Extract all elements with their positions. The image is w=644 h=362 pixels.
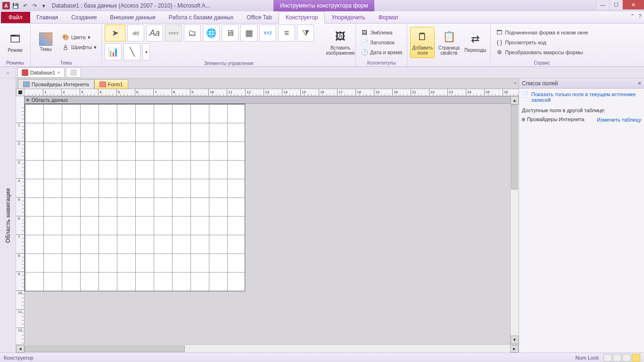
button-tool[interactable]: XXXX	[165, 25, 182, 41]
form-canvas[interactable]: Область данных	[25, 96, 519, 344]
navigation-pane-collapsed[interactable]: Область навигации	[0, 78, 16, 353]
tab-control-tool[interactable]: 🗂	[184, 25, 201, 41]
tab-office[interactable]: Office Tab	[240, 12, 279, 23]
property-sheet-icon: 📋	[441, 29, 456, 44]
available-fields-label: Доступные поля в другой таблице:	[519, 106, 644, 115]
vertical-scrollbar[interactable]: ▲ ▼	[510, 96, 519, 344]
numlock-indicator: Num Lock	[575, 355, 599, 361]
group-views: 🗔 Режим Режимы	[0, 24, 31, 66]
colors-button[interactable]: 🎨Цвета ▾	[60, 33, 99, 42]
expand-icon[interactable]: ⊞	[522, 116, 525, 123]
show-current-fields-link[interactable]: 📄 Показать только поля в текущем источни…	[519, 89, 644, 106]
insert-image-button[interactable]: 🖼 Вставить изображение	[328, 27, 353, 58]
pane-header: Список полей ×	[519, 78, 644, 89]
code-icon: { }	[495, 39, 503, 46]
tab-close-icon[interactable]: ×	[514, 80, 517, 86]
view-code-button[interactable]: { }Просмотреть код	[494, 38, 590, 47]
logo-icon: 🖼	[361, 29, 368, 36]
colors-icon: 🎨	[62, 33, 69, 41]
title-icon: 📄	[361, 39, 368, 46]
group-tools: 🗒 Добавить поля 📋 Страница свойств ⇄ Пер…	[407, 24, 491, 66]
redo-icon[interactable]: ↷	[30, 1, 39, 10]
tab-order-button[interactable]: ⇄ Переходы	[463, 27, 487, 58]
textbox-tool[interactable]: ab|	[127, 25, 144, 41]
save-icon[interactable]: 💾	[11, 1, 20, 10]
form-view-button[interactable]	[603, 354, 612, 362]
form-selector[interactable]	[16, 89, 25, 96]
app-icon: A	[2, 1, 10, 10]
subform-icon: 🗔	[495, 29, 503, 36]
layout-view-button[interactable]	[622, 354, 631, 362]
chart-tool[interactable]: 📊	[105, 43, 122, 60]
datetime-button[interactable]: 🕒Дата и время	[359, 48, 404, 57]
pane-close-icon[interactable]: ×	[638, 80, 641, 87]
scroll-left-icon[interactable]: ◄	[16, 345, 25, 353]
tab-dbtools[interactable]: Работа с базами данных	[162, 12, 240, 23]
scroll-right-icon[interactable]: ►	[510, 345, 519, 353]
navigation-tool[interactable]: ▦	[240, 25, 257, 41]
scroll-thumb-v[interactable]	[511, 105, 518, 189]
line-tool[interactable]: ╲	[124, 43, 140, 60]
tab-external[interactable]: Внешние данные	[103, 12, 162, 23]
convert-macros-button[interactable]: ⚙Преобразовать макросы формы	[494, 48, 590, 57]
combobox-tool[interactable]: ⧩	[297, 25, 314, 41]
view-icon: 🗔	[8, 32, 23, 47]
controls-more[interactable]: ▾	[142, 43, 150, 60]
ribbon: 🗔 Режим Режимы Темы 🎨Цвета ▾ AШрифты ▾ Т…	[0, 24, 644, 67]
form-tab[interactable]: Form1	[94, 79, 128, 89]
undo-icon[interactable]: ↶	[21, 1, 29, 10]
close-button[interactable]: ✕	[622, 0, 644, 9]
view-button[interactable]: 🗔 Режим	[3, 27, 27, 58]
new-doc-tab[interactable]	[66, 67, 81, 78]
label-tool[interactable]: Aa	[146, 25, 163, 41]
contextual-tab-title: Инструменты конструктора форм	[273, 0, 374, 11]
status-bar: Конструктор Num Lock	[0, 353, 644, 362]
table-tab[interactable]: Провайдеры Интернета	[18, 79, 94, 89]
tab-format[interactable]: Формат	[372, 12, 405, 23]
group-controls: ➤ ab| Aa XXXX 🗂 🌐 🖥 ▦ XYZ ≡ ⧩ 📊 ╲ ▾ 🖼 Вс…	[102, 24, 356, 66]
tab-arrange[interactable]: Упорядочить	[325, 12, 372, 23]
datasheet-view-button[interactable]	[613, 354, 621, 362]
file-tab[interactable]: Файл	[1, 12, 30, 23]
form-detail-grid[interactable]	[25, 104, 245, 291]
nav-pane-toggle[interactable]: »	[0, 67, 16, 78]
horizontal-scrollbar[interactable]: ◄ ►	[16, 344, 519, 353]
pagebreak-tool[interactable]: ≡	[278, 25, 295, 41]
property-sheet-button[interactable]: 📋 Страница свойств	[437, 27, 461, 58]
ribbon-collapse-icon[interactable]: ⌃	[630, 13, 635, 19]
tab-design[interactable]: Конструктор	[279, 11, 325, 24]
table-icon	[23, 82, 30, 87]
horizontal-ruler[interactable]: 1234567891011121314151617181920212223242…	[25, 89, 519, 96]
blank-doc-icon	[70, 69, 77, 76]
title-button[interactable]: 📄Заголовок	[359, 38, 404, 47]
logo-button[interactable]: 🖼Эмблема	[359, 28, 404, 37]
subform-button[interactable]: 🗔Подчиненная форма в новом окне	[494, 28, 590, 37]
themes-icon	[39, 33, 52, 46]
maximize-button[interactable]: ☐	[609, 0, 622, 9]
qat-dropdown-icon[interactable]: ▾	[40, 1, 48, 10]
themes-button[interactable]: Темы	[33, 27, 58, 58]
edit-table-link[interactable]: Изменить таблицу	[597, 117, 641, 123]
group-header-footer: 🖼Эмблема 📄Заголовок 🕒Дата и время Колонт…	[356, 24, 407, 66]
help-icon[interactable]: ?	[638, 13, 641, 19]
hyperlink-tool[interactable]: 🌐	[203, 25, 220, 41]
doc-tab-close-icon[interactable]: ×	[57, 70, 60, 75]
design-view-button[interactable]	[632, 354, 640, 362]
minimize-button[interactable]: —	[596, 0, 609, 9]
fonts-button[interactable]: AШрифты ▾	[60, 42, 99, 52]
scroll-thumb-h[interactable]	[25, 346, 185, 352]
document-tab-bar: » Database1 ×	[0, 67, 644, 78]
optiongroup-tool[interactable]: XYZ	[259, 25, 276, 41]
database-doc-tab[interactable]: Database1 ×	[17, 67, 65, 78]
field-table-item[interactable]: ⊞Провайдеры Интернета Изменить таблицу	[519, 115, 644, 124]
add-fields-button[interactable]: 🗒 Добавить поля	[410, 27, 435, 58]
scroll-down-icon[interactable]: ▼	[511, 336, 519, 344]
vertical-ruler[interactable]: 12345678910111213	[16, 96, 25, 344]
add-fields-icon: 🗒	[415, 29, 430, 44]
tab-home[interactable]: Главная	[30, 12, 65, 23]
select-tool[interactable]: ➤	[105, 25, 125, 41]
webbrowser-tool[interactable]: 🖥	[222, 25, 239, 41]
scroll-up-icon[interactable]: ▲	[511, 96, 519, 105]
detail-section-header[interactable]: Область данных	[25, 96, 519, 104]
tab-create[interactable]: Создание	[65, 12, 103, 23]
